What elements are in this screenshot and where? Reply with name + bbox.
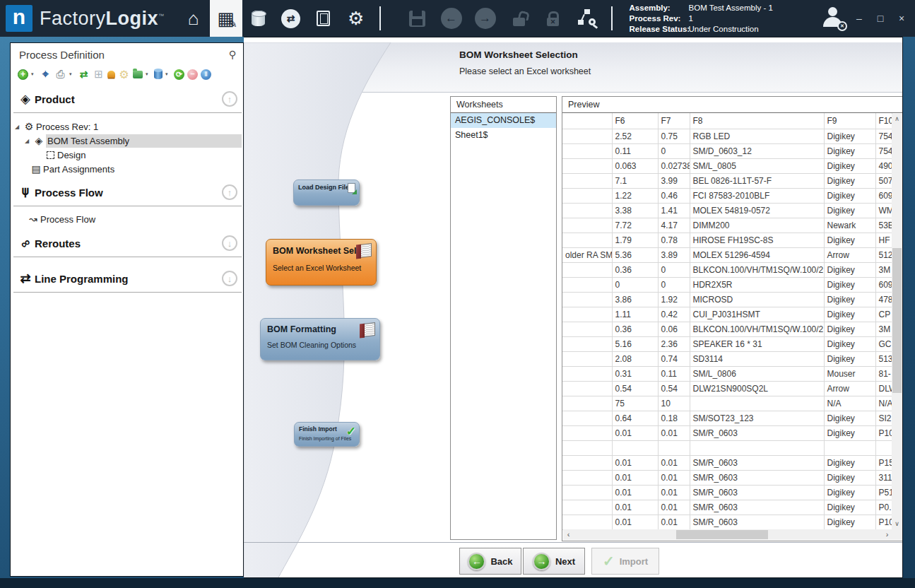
- step-bom-formatting[interactable]: BOM Formatting Set BOM Cleaning Options: [260, 318, 380, 360]
- preview-cell: 1.92: [658, 292, 690, 307]
- section-line-programming-label: Line Programming: [35, 273, 129, 285]
- scroll-right-arrow[interactable]: ›: [882, 529, 892, 540]
- preview-cell: 2.52: [612, 129, 658, 143]
- section-process-flow-label: Process Flow: [35, 187, 103, 199]
- user-logout-icon[interactable]: ✕: [820, 7, 846, 30]
- forward-icon[interactable]: →: [468, 0, 502, 37]
- preview-cell: SD3114: [690, 351, 824, 366]
- step-bom-worksheet-selection[interactable]: BOM Worksheet Sel... Select an Excel Wor…: [266, 239, 377, 286]
- tree-item-design[interactable]: Design: [11, 148, 244, 162]
- settings-gear-icon[interactable]: ⚙: [340, 0, 372, 37]
- tree-item-process-rev[interactable]: ◢ ⚙ Process Rev: 1: [11, 119, 244, 134]
- hscroll-thumb[interactable]: [676, 530, 768, 539]
- design-icon: [43, 151, 57, 159]
- material-icon[interactable]: [242, 0, 275, 37]
- preview-cell: Digikey: [824, 485, 875, 500]
- preview-cell: Arrow: [824, 247, 875, 262]
- preview-row: 5.162.36SPEAKER 16 * 31DigikeyGC: [562, 336, 892, 351]
- tree-item-bom-test-assembly[interactable]: ◢ ◈ BOM Test Assembly: [11, 134, 244, 148]
- preview-cell: DLW: [875, 381, 892, 396]
- preview-cell: Mouser: [824, 366, 875, 381]
- tree-item-part-assignments[interactable]: ▤ Part Assignments: [11, 162, 244, 176]
- section-line-programming[interactable]: ⇄ Line Programming ↓: [11, 268, 244, 289]
- section-product[interactable]: ◈ Product ↑: [11, 88, 244, 110]
- close-button[interactable]: ×: [894, 13, 909, 24]
- preview-cell: [562, 336, 612, 351]
- release-search-icon[interactable]: [570, 0, 604, 37]
- maximize-button[interactable]: □: [873, 13, 888, 24]
- add-icon-dropdown[interactable]: ▾: [31, 71, 37, 77]
- reroutes-chain-icon: ∞: [13, 232, 37, 254]
- import-button[interactable]: ✓Import: [591, 548, 659, 575]
- preview-row: 0.360BLKCON.100/VH/TM1SQ/W.100/2Digikey3…: [562, 262, 892, 277]
- column-header[interactable]: F8: [690, 113, 824, 129]
- preview-cell: HF: [875, 233, 892, 247]
- preview-cell: 507: [875, 173, 892, 188]
- material-cylinder-icon: [252, 11, 265, 26]
- database-icon[interactable]: [154, 69, 163, 79]
- print-icon-dropdown[interactable]: ▾: [69, 71, 75, 77]
- documents-icon[interactable]: [307, 0, 340, 37]
- presentation-icon[interactable]: [93, 69, 105, 81]
- worksheet-item[interactable]: Sheet1$: [451, 128, 556, 143]
- database-icon-dropdown[interactable]: ▾: [165, 71, 171, 77]
- find-icon[interactable]: [40, 69, 52, 81]
- column-header[interactable]: F7: [658, 113, 690, 129]
- next-arrow-icon: →: [533, 553, 550, 570]
- worksheet-item[interactable]: AEGIS_CONSOLE$: [451, 113, 556, 128]
- horizontal-scrollbar[interactable]: ‹ ›: [563, 529, 902, 540]
- shuffle-icon[interactable]: [78, 69, 90, 81]
- unlock-icon[interactable]: [502, 0, 536, 37]
- product-collapse-arrow[interactable]: ↑: [222, 91, 237, 107]
- export-icon-dropdown[interactable]: ▾: [146, 71, 151, 77]
- next-button[interactable]: →Next: [523, 548, 585, 575]
- reroutes-expand-arrow[interactable]: ↓: [222, 235, 237, 251]
- gear-icon[interactable]: [118, 69, 130, 81]
- section-process-flow[interactable]: ⋔ Process Flow ↑: [11, 182, 244, 203]
- transfer-icon[interactable]: ⇄: [275, 0, 307, 37]
- preview-cell: [562, 485, 612, 500]
- preview-cell: [562, 425, 612, 440]
- lock-x-icon[interactable]: ✕: [536, 0, 570, 37]
- refresh-icon[interactable]: [174, 69, 184, 80]
- preview-cell: Digikey: [824, 351, 875, 366]
- scroll-left-arrow[interactable]: ‹: [563, 529, 574, 540]
- save-icon[interactable]: [401, 0, 435, 37]
- step-finish-import[interactable]: Finish Import Finish Importing of Files …: [294, 422, 360, 447]
- column-header[interactable]: F6: [612, 113, 658, 129]
- preview-cell: 0.01: [612, 514, 658, 529]
- bell-icon[interactable]: [107, 71, 115, 78]
- release-status-value: Under Construction: [689, 24, 759, 35]
- expander-icon[interactable]: ◢: [15, 124, 22, 130]
- print-icon[interactable]: [54, 69, 66, 81]
- process-definition-icon[interactable]: ▦✎: [210, 0, 242, 37]
- column-header[interactable]: [562, 113, 612, 129]
- scroll-down-arrow[interactable]: ∨: [892, 519, 902, 529]
- process-flow-collapse-arrow[interactable]: ↑: [222, 184, 237, 200]
- minimize-button[interactable]: –: [851, 13, 867, 24]
- preview-cell: [562, 500, 612, 514]
- column-header[interactable]: F10: [875, 113, 892, 129]
- remove-icon[interactable]: [187, 69, 198, 80]
- back-button[interactable]: ←Back: [459, 548, 521, 575]
- pin-icon[interactable]: ⚲: [229, 49, 236, 60]
- preview-cell: 10: [658, 396, 690, 411]
- preview-cell: 81-: [875, 366, 892, 381]
- add-icon[interactable]: [18, 69, 28, 80]
- back-icon[interactable]: ←: [435, 0, 468, 37]
- preview-cell: 0.18: [658, 411, 690, 425]
- preview-cell: 609: [875, 188, 892, 203]
- vertical-scrollbar[interactable]: ∧ ∨: [892, 114, 902, 529]
- line-programming-expand-arrow[interactable]: ↓: [222, 271, 237, 286]
- preview-cell: 0.54: [612, 381, 658, 396]
- step-load-design-files[interactable]: Load Design Files: [293, 180, 360, 206]
- tree-item-process-flow[interactable]: ↝ Process Flow: [11, 211, 244, 227]
- column-header[interactable]: F9: [824, 113, 875, 129]
- section-reroutes[interactable]: ∞ Reroutes ↓: [11, 233, 244, 254]
- home-icon[interactable]: ⌂: [177, 0, 210, 37]
- export-icon[interactable]: [133, 71, 143, 78]
- pause-icon[interactable]: [201, 69, 211, 80]
- expander-icon[interactable]: ◢: [25, 138, 32, 144]
- vscroll-thumb[interactable]: [892, 248, 902, 393]
- scroll-up-arrow[interactable]: ∧: [892, 114, 902, 124]
